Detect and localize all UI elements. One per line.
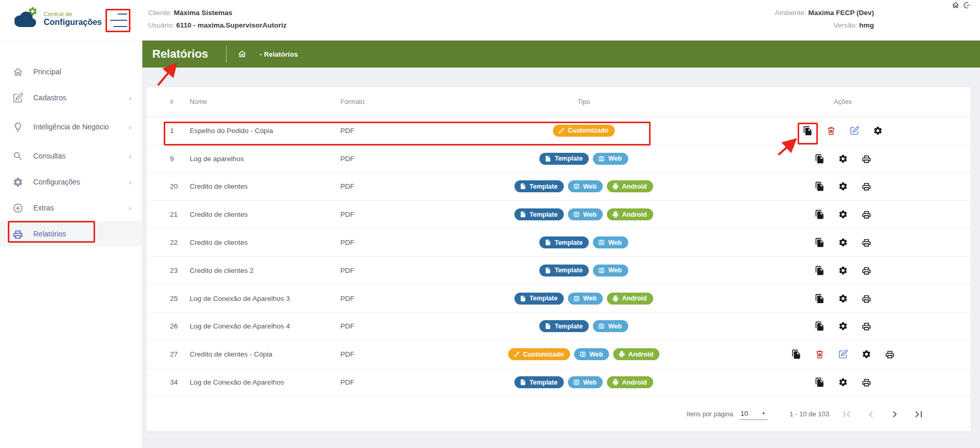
settings-action-icon[interactable] [838, 238, 848, 247]
copy-action-icon[interactable] [815, 294, 825, 304]
report-format: PDF [340, 210, 429, 218]
chevron-right-icon [127, 205, 134, 212]
badge-template: Template [539, 236, 589, 248]
logout-icon[interactable] [962, 1, 971, 9]
copy-action-icon[interactable] [815, 266, 825, 275]
report-name: Credito de clientes [190, 210, 340, 218]
settings-action-icon[interactable] [838, 377, 848, 387]
print-action-icon[interactable] [862, 209, 871, 219]
copy-action-icon[interactable] [791, 349, 801, 359]
badge-template: Template [514, 180, 564, 192]
android-icon [618, 351, 625, 358]
copy-action-icon[interactable] [815, 238, 825, 247]
items-per-page-select[interactable]: 10 ▼ [739, 409, 767, 420]
delete-action-icon[interactable] [826, 126, 836, 136]
user-label: Usuário: [148, 21, 174, 29]
badge-template: Template [539, 265, 589, 276]
settings-action-icon[interactable] [838, 154, 848, 164]
logo-line2: Configurações [44, 18, 102, 27]
version-label: Versão: [833, 21, 857, 29]
settings-action-icon[interactable] [838, 321, 848, 331]
copy-action-icon[interactable] [815, 321, 825, 331]
pagination-range: 1 - 10 de 103 [789, 410, 829, 418]
columns-icon [573, 379, 580, 386]
badge-label: Web [608, 239, 621, 246]
copy-action-icon[interactable] [815, 209, 825, 219]
next-page-button[interactable] [889, 408, 901, 420]
badge-template: Template [514, 376, 564, 388]
badge-label: Template [529, 295, 558, 302]
environment-info: Ambiente: Maxima FECP (Dev) Versão: hmg [775, 7, 874, 32]
first-page-button[interactable] [841, 408, 853, 420]
print-action-icon[interactable] [862, 294, 871, 304]
settings-action-icon[interactable] [838, 266, 848, 275]
table-row: 23Credito de clientes 2PDFTemplateWeb [147, 257, 971, 285]
sidebar-item-inteligencia-de-negocio[interactable]: Inteligência de Negócio [0, 111, 142, 143]
breadcrumb-home-icon[interactable] [237, 49, 247, 59]
edit-icon [12, 93, 23, 103]
copy-action-icon[interactable] [803, 126, 813, 136]
copy-action-icon[interactable] [815, 154, 825, 164]
print-action-icon[interactable] [862, 238, 871, 247]
sidebar-item-configuracoes[interactable]: Configurações [0, 169, 142, 195]
columns-icon [598, 267, 605, 274]
app-logo: Central de Configurações [15, 6, 102, 31]
sidebar-item-principal[interactable]: Principal [0, 59, 142, 85]
doc-icon [545, 323, 551, 330]
row-number: 26 [170, 322, 190, 330]
doc-icon [545, 267, 551, 274]
copy-action-icon[interactable] [815, 181, 825, 191]
columns-icon [579, 351, 586, 358]
last-page-button[interactable] [912, 408, 925, 420]
badge-label: Template [554, 323, 582, 330]
badge-label: Web [583, 211, 597, 218]
settings-action-icon[interactable] [873, 126, 883, 136]
sidebar-item-label: Configurações [33, 177, 111, 187]
badge-web: Web [568, 208, 603, 220]
lightbulb-icon [12, 122, 23, 133]
delete-action-icon[interactable] [815, 349, 825, 359]
settings-action-icon[interactable] [838, 209, 848, 219]
android-icon [612, 295, 619, 302]
report-format: PDF [340, 182, 429, 190]
sidebar-item-extras[interactable]: Extras [0, 195, 142, 221]
report-name: Log de Conexão de Aparelhos [190, 378, 340, 386]
home-icon[interactable] [951, 1, 960, 9]
badge-label: Android [622, 379, 647, 386]
session-info: Cliente: Máxima Sistemas Usuário: 6110 -… [148, 7, 286, 32]
sidebar-item-consultas[interactable]: Consultas [0, 143, 142, 169]
row-number: 25 [170, 295, 190, 302]
settings-action-icon[interactable] [838, 181, 848, 191]
menu-toggle-button[interactable] [110, 14, 127, 27]
edit-action-icon[interactable] [850, 126, 859, 136]
row-number: 27 [170, 350, 190, 358]
print-action-icon[interactable] [862, 377, 871, 387]
settings-action-icon[interactable] [838, 294, 848, 304]
column-header-actions: Ações [739, 98, 947, 106]
print-action-icon[interactable] [862, 154, 871, 164]
edit-action-icon[interactable] [838, 349, 848, 359]
sidebar-item-label: Extras [33, 203, 111, 213]
print-action-icon[interactable] [862, 321, 871, 331]
sidebar-item-relatorios[interactable]: Relatórios [0, 221, 142, 247]
settings-action-icon[interactable] [862, 349, 871, 359]
table-row: 20Credito de clientesPDFTemplateWebAndro… [147, 173, 971, 201]
banner-divider [226, 45, 227, 63]
report-name: Credito de clientes - Cópia [190, 350, 340, 358]
sidebar-item-cadastros[interactable]: Cadastros [0, 85, 142, 111]
report-name: Credito de clientes [190, 239, 340, 246]
sidebar-item-label: Consultas [33, 151, 111, 161]
page-title: Relatórios [152, 47, 208, 61]
badge-android: Android [607, 376, 653, 388]
page-banner: Relatórios - Relatórios [142, 41, 980, 68]
print-action-icon[interactable] [885, 349, 895, 359]
badge-label: Web [608, 267, 621, 274]
columns-icon [598, 239, 605, 246]
print-action-icon[interactable] [862, 266, 871, 275]
print-action-icon[interactable] [862, 181, 871, 191]
copy-action-icon[interactable] [815, 377, 825, 387]
report-name: Log de aparelhos [190, 155, 340, 163]
previous-page-button[interactable] [865, 408, 877, 420]
doc-icon [545, 155, 551, 162]
badge-customizado: Customizado [508, 348, 570, 360]
